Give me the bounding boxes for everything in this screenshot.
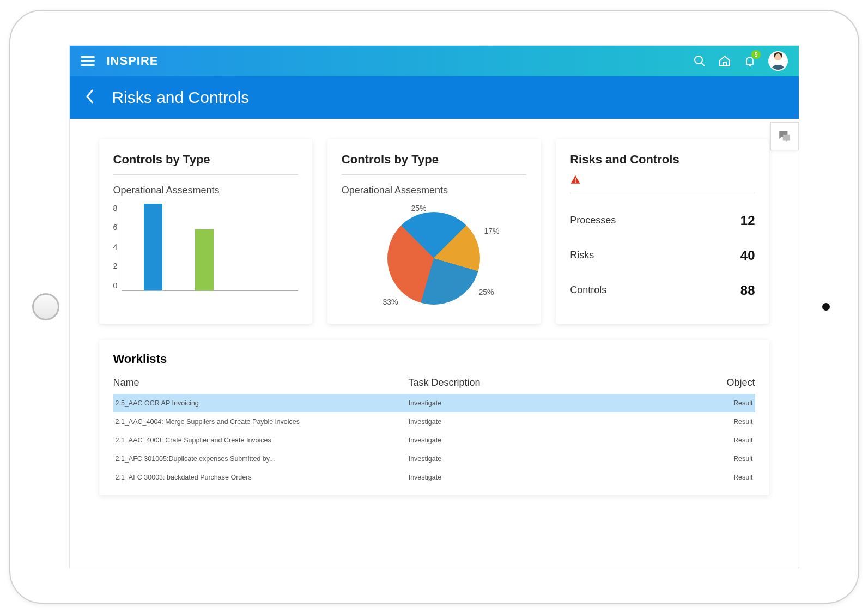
- bar-chart: 8 6 4 2 0: [113, 204, 298, 296]
- stat-row-processes: Processes 12: [570, 203, 755, 238]
- worklists-body: 2.5_AAC OCR AP InvoicingInvestigateResul…: [113, 394, 755, 487]
- pie-label: 25%: [478, 288, 494, 296]
- card-title: Risks and Controls: [570, 153, 755, 167]
- table-row[interactable]: 2.1_AFC 301005:Duplicate expenses Submit…: [113, 450, 755, 468]
- col-header-name: Name: [113, 377, 409, 389]
- stat-row-controls: Controls 88: [570, 273, 755, 308]
- table-row[interactable]: 2.1_AAC_4003: Crate Supplier and Create …: [113, 431, 755, 450]
- pie-label: 33%: [383, 298, 398, 306]
- bar-series-a: [144, 204, 162, 290]
- card-title: Controls by Type: [113, 153, 298, 167]
- table-row[interactable]: 2.1_AFC 30003: backdated Purchase Orders…: [113, 468, 755, 487]
- home-icon[interactable]: [718, 54, 731, 68]
- stat-label: Risks: [570, 250, 594, 261]
- chat-button[interactable]: [770, 122, 799, 150]
- cell-obj: Result: [664, 399, 753, 407]
- cell-obj: Result: [664, 418, 753, 426]
- card-subtitle: Operational Assesments: [342, 185, 526, 196]
- cell-obj: Result: [664, 474, 753, 481]
- content-area: Controls by Type Operational Assesments …: [70, 119, 799, 512]
- svg-rect-3: [575, 178, 576, 180]
- stat-label: Processes: [570, 215, 616, 226]
- y-tick: 8: [113, 204, 118, 213]
- col-header-obj: Object: [665, 377, 755, 389]
- card-title: Controls by Type: [342, 153, 526, 167]
- avatar[interactable]: [768, 51, 788, 71]
- bar-series-b: [195, 229, 214, 290]
- y-tick: 0: [113, 281, 118, 290]
- cell-obj: Result: [664, 436, 753, 444]
- bar-y-axis: 8 6 4 2 0: [113, 204, 118, 291]
- cell-name: 2.5_AAC OCR AP Invoicing: [116, 399, 409, 407]
- stat-value: 88: [740, 283, 755, 298]
- search-icon[interactable]: [693, 54, 706, 68]
- stat-value: 12: [740, 213, 755, 228]
- divider: [113, 174, 298, 175]
- tablet-camera: [822, 303, 830, 311]
- top-bar: INSPIRE 5: [70, 46, 799, 76]
- cell-desc: Investigate: [409, 418, 664, 426]
- stat-label: Controls: [570, 284, 606, 296]
- svg-line-1: [701, 63, 705, 66]
- pie-label: 17%: [484, 227, 499, 235]
- notifications-icon[interactable]: 5: [743, 54, 756, 68]
- card-controls-pie: Controls by Type Operational Assesments …: [327, 139, 541, 324]
- card-worklists: Worklists Name Task Description Object 2…: [99, 340, 769, 495]
- notification-badge: 5: [751, 50, 760, 59]
- title-bar: Risks and Controls: [70, 76, 799, 119]
- cell-name: 2.1_AFC 30003: backdated Purchase Orders: [116, 474, 409, 481]
- stats-list: Processes 12 Risks 40 Controls 88: [570, 203, 755, 308]
- divider: [342, 174, 526, 175]
- back-button[interactable]: [85, 88, 95, 107]
- page-title: Risks and Controls: [112, 88, 250, 107]
- table-row[interactable]: 2.5_AAC OCR AP InvoicingInvestigateResul…: [113, 394, 755, 412]
- worklists-header: Name Task Description Object: [113, 374, 755, 394]
- app-screen: INSPIRE 5: [69, 45, 799, 568]
- alert-icon: [570, 174, 755, 187]
- bar-plot-area: [122, 204, 298, 291]
- cell-obj: Result: [664, 455, 753, 463]
- svg-rect-4: [575, 181, 576, 183]
- pie-graphic: [387, 212, 480, 305]
- cell-desc: Investigate: [409, 399, 664, 407]
- cell-desc: Investigate: [409, 455, 664, 463]
- col-header-desc: Task Description: [408, 377, 665, 389]
- table-row[interactable]: 2.1_AAC_4004: Merge Suppliers and Create…: [113, 412, 755, 431]
- cell-name: 2.1_AFC 301005:Duplicate expenses Submit…: [116, 455, 409, 463]
- menu-button[interactable]: [81, 56, 95, 66]
- cell-name: 2.1_AAC_4004: Merge Suppliers and Create…: [116, 418, 409, 426]
- brand-logo: INSPIRE: [107, 54, 159, 68]
- pie-label: 25%: [411, 204, 426, 213]
- tablet-home-button[interactable]: [32, 293, 59, 320]
- cell-desc: Investigate: [409, 474, 664, 481]
- svg-point-0: [695, 56, 702, 64]
- card-controls-bar: Controls by Type Operational Assesments …: [99, 139, 312, 324]
- card-subtitle: Operational Assesments: [113, 185, 298, 196]
- divider: [570, 193, 755, 193]
- y-tick: 4: [113, 242, 118, 251]
- stat-value: 40: [740, 248, 755, 263]
- y-tick: 6: [113, 223, 118, 232]
- cell-name: 2.1_AAC_4003: Crate Supplier and Create …: [116, 436, 409, 444]
- card-risks-controls: Risks and Controls Processes 12 Risks 40: [556, 139, 769, 324]
- worklists-title: Worklists: [113, 352, 755, 366]
- tablet-frame: INSPIRE 5: [9, 10, 859, 604]
- cell-desc: Investigate: [409, 436, 664, 444]
- stat-row-risks: Risks 40: [570, 238, 755, 273]
- pie-chart: 25% 17% 25% 33%: [368, 204, 499, 313]
- y-tick: 2: [113, 262, 118, 270]
